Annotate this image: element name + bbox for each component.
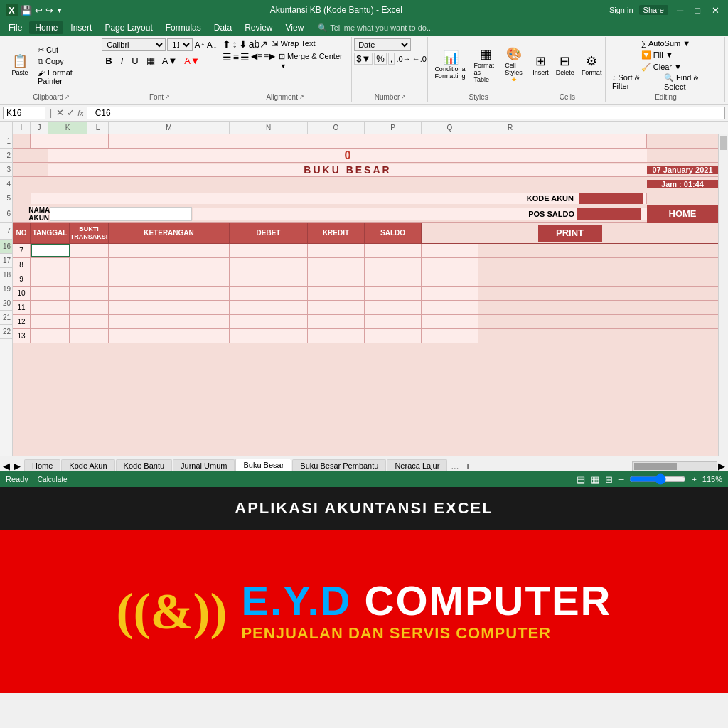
paste-button[interactable]: 📋 Paste <box>6 53 34 78</box>
font-name-select[interactable]: Calibri <box>102 38 166 51</box>
cell-o17[interactable] <box>308 258 365 272</box>
cell-no-17[interactable]: 8 <box>13 258 31 272</box>
autosum-dropdown[interactable]: ▼ <box>682 39 690 48</box>
number-format-select[interactable]: Date <box>354 38 411 51</box>
cell-o20[interactable] <box>308 301 365 314</box>
format-painter-button[interactable]: 🖌 Format Painter <box>36 68 97 86</box>
increase-font-icon[interactable]: A↑ <box>194 40 205 50</box>
cell-m18[interactable] <box>109 272 230 286</box>
decrease-decimal-icon[interactable]: ←.0 <box>412 55 427 63</box>
quick-dropdown[interactable]: ▼ <box>56 6 63 14</box>
tab-buku-besar[interactable]: Buku Besar <box>235 459 291 471</box>
cell-o21[interactable] <box>308 315 365 328</box>
font-expand-icon[interactable]: ↗ <box>165 94 170 100</box>
merge-dropdown-icon[interactable]: ▼ <box>280 63 287 70</box>
menu-formulas[interactable]: Formulas <box>160 21 207 34</box>
cell-m16[interactable] <box>109 244 230 257</box>
cell-q17[interactable] <box>422 258 478 272</box>
wrap-text-button[interactable]: ⇲ Wrap Text <box>269 38 317 50</box>
font-color-button[interactable]: A▼ <box>181 55 203 67</box>
cell-p20[interactable] <box>365 301 422 314</box>
align-top-icon[interactable]: ⬆ <box>223 38 231 50</box>
increase-decimal-icon[interactable]: .0→ <box>396 55 410 63</box>
minimize-btn[interactable]: ─ <box>674 5 686 16</box>
format-as-table-button[interactable]: ▦ Format asTable <box>471 46 500 85</box>
col-header-n[interactable]: N <box>230 122 308 134</box>
scroll-right-btn[interactable]: ▶ <box>718 461 725 471</box>
cell-p22[interactable] <box>365 329 422 343</box>
cell-q18[interactable] <box>422 272 478 286</box>
clipboard-expand-icon[interactable]: ↗ <box>65 94 70 100</box>
alignment-expand-icon[interactable]: ↗ <box>299 94 304 100</box>
cell-p16[interactable] <box>365 244 422 257</box>
sort-filter-button[interactable]: ↕ Sort & Filter <box>610 73 659 92</box>
cell-no-19[interactable]: 10 <box>13 287 31 300</box>
cell-n20[interactable] <box>230 301 308 314</box>
col-header-j[interactable]: J <box>31 122 48 134</box>
cell-l16[interactable] <box>70 244 109 257</box>
cell-k17[interactable] <box>31 258 70 272</box>
cell-n22[interactable] <box>230 329 308 343</box>
cell-k20[interactable] <box>31 301 70 314</box>
number-expand-icon[interactable]: ↗ <box>401 94 406 100</box>
menu-review[interactable]: Review <box>239 21 278 34</box>
align-center-icon[interactable]: ≡ <box>233 51 239 70</box>
col-header-k[interactable]: K <box>48 122 87 134</box>
col-header-i[interactable]: I <box>13 122 31 134</box>
quick-undo[interactable]: ↩ <box>35 5 43 16</box>
orientation-button[interactable]: ab↗ <box>249 38 269 50</box>
zoom-level[interactable]: 115% <box>702 475 722 483</box>
menu-page-layout[interactable]: Page Layout <box>99 21 158 34</box>
insert-function-icon[interactable]: fx <box>77 109 84 117</box>
cell-no-21[interactable]: 12 <box>13 315 31 328</box>
kode-akun-value[interactable] <box>579 193 643 204</box>
page-break-view-icon[interactable]: ⊞ <box>605 474 613 485</box>
close-btn[interactable]: ✕ <box>709 5 722 16</box>
add-sheet-btn[interactable]: + <box>462 461 473 471</box>
col-header-l[interactable]: L <box>87 122 109 134</box>
conditional-formatting-button[interactable]: 📊 ConditionalFormatting <box>432 49 469 82</box>
cell-k22[interactable] <box>31 329 70 343</box>
zoom-in-icon[interactable]: + <box>692 475 696 483</box>
zoom-out-icon[interactable]: ─ <box>619 475 624 483</box>
restore-btn[interactable]: □ <box>692 5 703 16</box>
menu-file[interactable]: File <box>3 21 28 34</box>
cut-button[interactable]: ✂ Cut <box>36 45 97 55</box>
cell-n17[interactable] <box>230 258 308 272</box>
search-hint[interactable]: 🔍 Tell me what you want to do... <box>318 23 433 33</box>
cell-o22[interactable] <box>308 329 365 343</box>
zoom-slider[interactable] <box>629 473 686 485</box>
cell-l17[interactable] <box>70 258 109 272</box>
nama-akun-input[interactable] <box>50 207 192 221</box>
tab-kode-akun[interactable]: Kode Akun <box>61 459 114 471</box>
col-header-r[interactable]: R <box>478 122 542 134</box>
cell-k19[interactable] <box>31 287 70 300</box>
vertical-scrollbar[interactable] <box>718 134 728 456</box>
tab-home[interactable]: Home <box>24 459 60 471</box>
scrollbar-thumb[interactable] <box>720 136 727 150</box>
fill-dropdown[interactable]: ▼ <box>665 50 673 59</box>
tab-kode-bantu[interactable]: Kode Bantu <box>116 459 173 471</box>
font-size-select[interactable]: 11 <box>167 38 193 51</box>
bold-button[interactable]: B <box>102 54 115 68</box>
normal-view-icon[interactable]: ▤ <box>577 474 585 485</box>
underline-button[interactable]: U <box>128 54 141 68</box>
page-layout-view-icon[interactable]: ▦ <box>591 474 599 485</box>
cell-q19[interactable] <box>422 287 478 300</box>
cell-k21[interactable] <box>31 315 70 328</box>
percent-icon[interactable]: % <box>374 53 387 65</box>
insert-button[interactable]: ⊞ Insert <box>530 53 551 78</box>
find-select-button[interactable]: 🔍 Find & Select <box>662 73 722 92</box>
accounting-icon[interactable]: $▼ <box>354 53 373 65</box>
cell-n16[interactable] <box>230 244 308 257</box>
cell-o18[interactable] <box>308 272 365 286</box>
cell-no-18[interactable]: 9 <box>13 272 31 286</box>
cell-m22[interactable] <box>109 329 230 343</box>
col-header-p[interactable]: P <box>365 122 422 134</box>
cell-l20[interactable] <box>70 301 109 314</box>
cell-no-16[interactable]: 7 <box>13 244 31 257</box>
home-button[interactable]: HOME <box>647 205 718 223</box>
cell-reference-input[interactable] <box>3 107 46 119</box>
col-header-m[interactable]: M <box>109 122 230 134</box>
cell-l21[interactable] <box>70 315 109 328</box>
